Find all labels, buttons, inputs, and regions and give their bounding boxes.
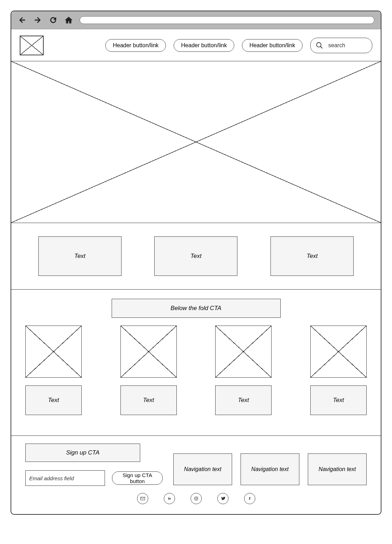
search-icon xyxy=(316,42,323,49)
image-row xyxy=(25,326,367,378)
refresh-icon[interactable] xyxy=(49,16,58,25)
social-row: in f xyxy=(15,488,377,507)
home-icon[interactable] xyxy=(64,16,73,25)
facebook-icon[interactable]: f xyxy=(244,493,255,504)
svg-point-6 xyxy=(197,497,197,497)
signup-button[interactable]: Sign up CTA button xyxy=(112,471,163,485)
text-card-1: Text xyxy=(38,236,122,276)
page-content: Header button/link Header button/link He… xyxy=(11,29,381,514)
svg-text:in: in xyxy=(168,497,171,500)
site-header: Header button/link Header button/link He… xyxy=(15,33,377,61)
instagram-icon[interactable] xyxy=(191,493,202,504)
signup-cta: Sign up CTA xyxy=(25,444,140,462)
url-bar[interactable] xyxy=(80,16,374,24)
hero-image-placeholder xyxy=(11,61,381,223)
forward-icon[interactable] xyxy=(33,16,42,25)
image-placeholder-1 xyxy=(25,326,82,378)
image-placeholder-4 xyxy=(310,326,367,378)
text-card-small-4: Text xyxy=(310,385,367,415)
three-up-row: Text Text Text xyxy=(11,223,381,290)
header-nav-link-2[interactable]: Header button/link xyxy=(174,39,234,52)
footer-section: Sign up CTA Email address field Sign up … xyxy=(11,436,381,488)
text-row: Text Text Text Text xyxy=(25,385,367,415)
header-nav-link-1[interactable]: Header button/link xyxy=(105,39,166,52)
text-card-small-3: Text xyxy=(215,385,272,415)
browser-window: Header button/link Header button/link He… xyxy=(11,11,381,515)
image-placeholder-3 xyxy=(215,326,272,378)
search-box[interactable]: search xyxy=(310,38,372,53)
below-fold-section: Below the fold CTA Text Text Text Text xyxy=(11,290,381,436)
mail-icon[interactable] xyxy=(137,493,148,504)
email-placeholder-text: Email address field xyxy=(29,475,74,481)
text-card-small-1: Text xyxy=(25,385,82,415)
email-field[interactable]: Email address field xyxy=(25,470,105,486)
text-card-2: Text xyxy=(154,236,237,276)
browser-toolbar xyxy=(11,11,381,29)
footer-nav-cards: Navigation text Navigation text Navigati… xyxy=(173,444,367,486)
footer-nav-card-2[interactable]: Navigation text xyxy=(241,453,299,485)
svg-text:f: f xyxy=(249,496,250,501)
image-placeholder-2 xyxy=(120,326,177,378)
signup-row: Email address field Sign up CTA button xyxy=(25,470,163,486)
svg-line-1 xyxy=(321,47,323,49)
footer-nav-card-1[interactable]: Navigation text xyxy=(173,453,232,485)
below-fold-cta[interactable]: Below the fold CTA xyxy=(112,299,281,318)
back-icon[interactable] xyxy=(18,16,27,25)
header-nav-link-3[interactable]: Header button/link xyxy=(242,39,303,52)
svg-point-0 xyxy=(317,43,321,47)
signup-column: Sign up CTA Email address field Sign up … xyxy=(25,444,163,486)
twitter-icon[interactable] xyxy=(217,493,229,504)
logo-placeholder xyxy=(20,36,44,55)
linkedin-icon[interactable]: in xyxy=(164,493,175,504)
text-card-small-2: Text xyxy=(120,385,177,415)
text-card-3: Text xyxy=(270,236,354,276)
search-label: search xyxy=(328,42,345,49)
svg-point-5 xyxy=(195,498,197,500)
footer-nav-card-3[interactable]: Navigation text xyxy=(308,453,367,485)
